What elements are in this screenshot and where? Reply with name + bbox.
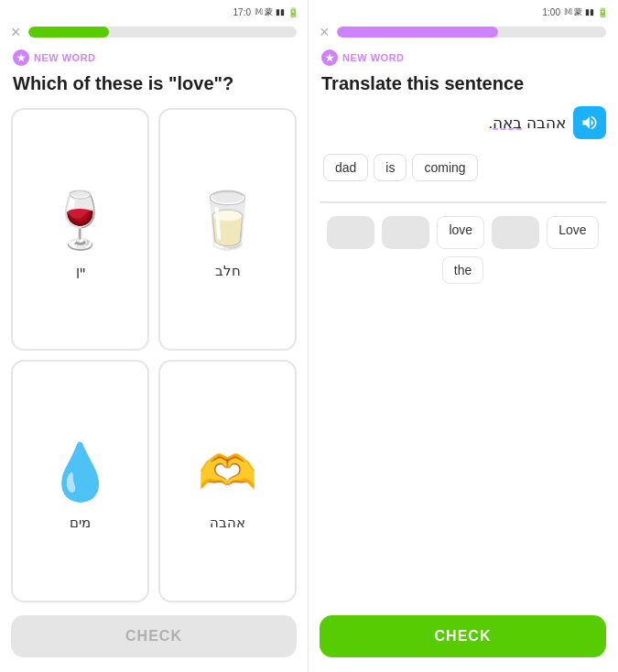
left-image-grid: 🍷 יין 🥛 חלב 💧 מים 🫶 אהבה xyxy=(0,104,308,606)
word-bank-ghost-2 xyxy=(382,216,429,249)
right-close-button[interactable]: × xyxy=(320,24,330,40)
word-bank-chip-Love-upper[interactable]: Love xyxy=(547,216,598,249)
right-progress-bar-track xyxy=(337,27,606,38)
left-status-text: 17:0 xyxy=(233,7,251,17)
right-panel: 1:00 𝕄 蒙 ▮▮ 🔋 × ★ NEW WORD Translate thi… xyxy=(309,0,617,672)
right-answer-area[interactable]: dad is coming xyxy=(320,148,606,203)
answer-chip-coming[interactable]: coming xyxy=(412,154,477,181)
word-bank-ghost-3 xyxy=(492,216,539,249)
right-top-nav: × xyxy=(309,20,617,44)
sentence-word-ahava: אהבה xyxy=(522,114,566,132)
left-progress-bar-fill xyxy=(28,27,109,38)
speaker-icon xyxy=(580,114,599,132)
right-status-text: 1:00 xyxy=(543,7,560,17)
card-water[interactable]: 💧 מים xyxy=(11,360,149,602)
left-status-bar: 17:0 𝕄 蒙 ▮▮ 🔋 xyxy=(0,0,308,20)
right-word-bank: love Love the xyxy=(309,209,617,289)
card-love-label: אהבה xyxy=(210,515,245,531)
right-check-button[interactable]: CHECK xyxy=(320,615,606,657)
left-badge-label: NEW WORD xyxy=(34,52,96,63)
right-check-button-wrap: CHECK xyxy=(309,606,617,672)
word-bank-ghost-1 xyxy=(327,216,374,249)
left-badge-icon: ★ xyxy=(13,49,29,66)
card-water-label: מים xyxy=(70,515,91,531)
left-battery: 🔋 xyxy=(287,7,298,17)
left-panel: 17:0 𝕄 蒙 ▮▮ 🔋 × ★ NEW WORD Which of thes… xyxy=(0,0,309,672)
right-sentence-row: אהבה באה. xyxy=(309,104,617,145)
left-signal: 𝕄 蒙 ▮▮ xyxy=(255,6,285,18)
right-spacer xyxy=(309,289,617,606)
right-battery: 🔋 xyxy=(597,7,608,17)
card-love[interactable]: 🫶 אהבה xyxy=(158,360,297,602)
card-wine[interactable]: 🍷 יין xyxy=(11,108,149,351)
card-milk[interactable]: 🥛 חלב xyxy=(158,108,297,351)
right-signal: 𝕄 蒙 ▮▮ xyxy=(564,6,594,18)
left-check-button[interactable]: CHECK xyxy=(11,615,297,657)
card-milk-label: חלב xyxy=(215,263,241,279)
card-water-image: 💧 xyxy=(46,436,114,509)
word-bank-chip-the[interactable]: the xyxy=(442,256,483,284)
left-check-button-wrap: CHECK xyxy=(0,606,308,672)
right-new-word-badge: ★ NEW WORD xyxy=(309,44,617,68)
card-wine-label: יין xyxy=(76,263,85,279)
card-milk-image: 🥛 xyxy=(193,184,262,257)
left-close-button[interactable]: × xyxy=(11,24,21,40)
right-audio-button[interactable] xyxy=(573,106,606,139)
right-progress-bar-fill xyxy=(337,27,499,38)
card-wine-image: 🍷 xyxy=(46,184,114,257)
left-top-nav: × xyxy=(0,20,308,44)
answer-chip-dad[interactable]: dad xyxy=(323,154,368,181)
left-progress-bar-track xyxy=(28,27,297,38)
left-new-word-badge: ★ NEW WORD xyxy=(0,44,308,68)
right-badge-icon: ★ xyxy=(321,49,338,66)
left-question-title: Which of these is "love"? xyxy=(0,68,308,104)
answer-chip-is[interactable]: is xyxy=(374,154,407,181)
sentence-word-baa: באה xyxy=(493,114,522,132)
right-question-title: Translate this sentence xyxy=(309,68,617,104)
right-status-bar: 1:00 𝕄 蒙 ▮▮ 🔋 xyxy=(309,0,617,20)
word-bank-chip-love-lower[interactable]: love xyxy=(437,216,484,249)
card-love-image: 🫶 xyxy=(198,436,257,509)
right-badge-label: NEW WORD xyxy=(342,52,405,63)
right-sentence-text: אהבה באה. xyxy=(489,114,566,133)
